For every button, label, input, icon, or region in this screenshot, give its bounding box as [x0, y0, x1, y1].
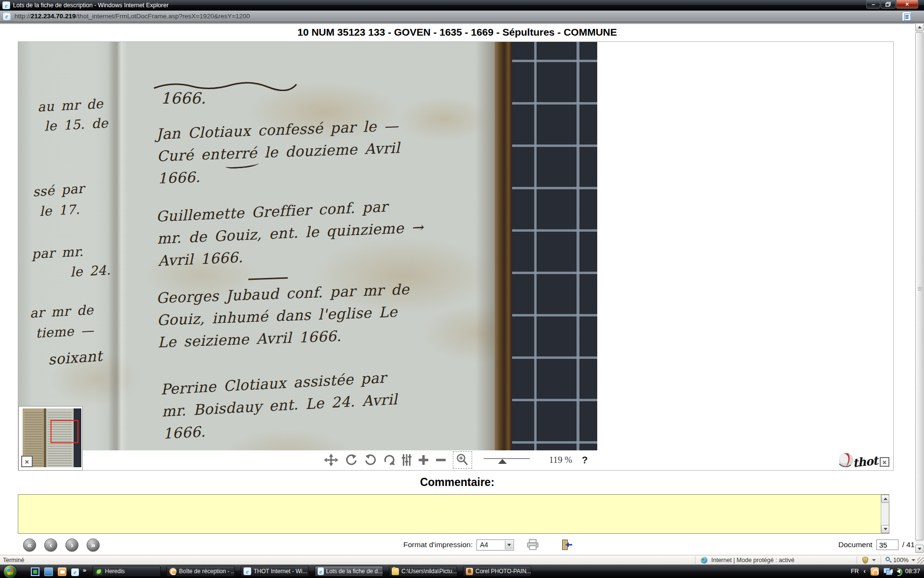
- page-scroll-down-button[interactable]: [915, 545, 924, 553]
- manuscript-line: 1666.: [161, 89, 206, 107]
- url-host: 212.234.70.219: [31, 13, 76, 20]
- arrow-down-icon: [918, 548, 922, 550]
- comment-scroll-up-button[interactable]: [881, 495, 889, 503]
- status-text: Terminé: [3, 557, 24, 564]
- start-button[interactable]: [4, 565, 16, 578]
- manuscript-entry: Guillemette Greffier conf. par mr. de Go…: [155, 194, 424, 272]
- manuscript-image[interactable]: au mr de le 15. de ssé par le 17. par mr…: [18, 42, 597, 450]
- quicklaunch-ie-icon[interactable]: e: [71, 567, 80, 576]
- mail-icon: [169, 568, 177, 575]
- window-title: Lots de la fiche de description - Window…: [13, 2, 168, 9]
- nav-next-button[interactable]: ›: [65, 539, 78, 552]
- select-dropdown-button[interactable]: [505, 540, 513, 550]
- task-button-explorer[interactable]: C:\Users\nilda\Pictu...: [389, 566, 457, 577]
- quicklaunch-vnc-icon[interactable]: [31, 567, 39, 576]
- tray-expand-chevron[interactable]: ‹: [864, 568, 866, 575]
- tray-scheduler-icon[interactable]: [871, 567, 879, 576]
- thot-logo-text: thot: [852, 453, 878, 470]
- task-button-inbox[interactable]: Boîte de réception - ...: [167, 566, 235, 577]
- window-close-button[interactable]: ×: [896, 0, 918, 9]
- rotate-right-button[interactable]: [364, 454, 377, 466]
- comment-label: Commentaire:: [0, 476, 914, 489]
- zoom-in-button[interactable]: [418, 455, 429, 465]
- window-restore-button[interactable]: [881, 0, 896, 9]
- thumbnail-navigator[interactable]: ×: [18, 406, 83, 471]
- viewer-close-checkbox[interactable]: ×: [880, 457, 889, 467]
- margin-text-line: le 24.: [70, 263, 111, 279]
- browser-zoom-value[interactable]: 100%: [893, 557, 909, 564]
- document-number-input[interactable]: [876, 539, 898, 550]
- rotate-reset-icon: [384, 454, 395, 466]
- windows-flag-icon: [7, 569, 13, 575]
- arrow-up-icon: [918, 26, 922, 28]
- status-bar: Terminé Internet | Mode protégé : activé…: [0, 555, 924, 565]
- zoom-lens-icon[interactable]: [886, 557, 890, 561]
- comment-scrollbar[interactable]: [881, 495, 889, 533]
- arrow-down-icon: [884, 528, 887, 530]
- folder-icon: [392, 568, 399, 575]
- nav-prev-button[interactable]: ‹: [44, 539, 57, 552]
- thot-logo-group: thot ×: [836, 451, 889, 469]
- print-format-select[interactable]: A4: [476, 539, 514, 551]
- volume-icon[interactable]: [897, 569, 900, 574]
- ie-icon: e: [318, 567, 324, 575]
- page-edge-shadow: [475, 42, 495, 450]
- adjust-button[interactable]: [402, 454, 411, 466]
- task-label: Heredis: [105, 568, 125, 575]
- chevron-down-icon[interactable]: [911, 559, 915, 561]
- rotate-reset-button[interactable]: [384, 454, 395, 466]
- zoom-slider[interactable]: [484, 456, 530, 464]
- task-button-corel[interactable]: Corel PHOTO-PAIN...: [463, 566, 531, 577]
- corel-icon: [466, 568, 473, 575]
- book-spine: [495, 42, 512, 450]
- document-label: Document: [838, 540, 873, 549]
- comment-scroll-down-button[interactable]: [881, 525, 889, 533]
- move-icon: [324, 454, 338, 466]
- nav-last-button[interactable]: »: [87, 539, 100, 552]
- zoom-slider-track[interactable]: [484, 458, 530, 459]
- help-button[interactable]: ?: [582, 455, 588, 466]
- compatibility-view-icon[interactable]: [902, 12, 911, 21]
- thumbnail-close-checkbox[interactable]: ×: [21, 456, 33, 467]
- status-divider: [881, 556, 881, 564]
- language-indicator[interactable]: FR: [851, 568, 859, 575]
- exit-button[interactable]: [561, 539, 573, 551]
- zoom-out-button[interactable]: [436, 455, 446, 465]
- scroll-grip: [918, 287, 922, 290]
- page-scrollbar[interactable]: [915, 23, 924, 553]
- zoom-level-label: 119 %: [549, 455, 572, 465]
- page-scroll-up-button[interactable]: [915, 23, 924, 31]
- rotate-left-button[interactable]: [345, 454, 358, 466]
- comment-textarea[interactable]: [18, 494, 889, 534]
- task-button-lots-active[interactable]: e Lots de la fiche de d...: [315, 566, 383, 577]
- page-scroll-thumb[interactable]: [915, 32, 924, 540]
- cut-text-stroke: [153, 80, 297, 91]
- manuscript-entry: Georges Jubaud conf. par mr de Gouiz, in…: [156, 278, 411, 354]
- pan-tool-button[interactable]: [324, 454, 338, 466]
- window-titlebar: e Lots de la fiche de description - Wind…: [0, 0, 924, 11]
- window-minimize-button[interactable]: –: [866, 0, 880, 9]
- url-text[interactable]: http://212.234.70.219/thot_internet/FrmL…: [14, 13, 250, 20]
- task-label: THOT Internet - Wi...: [254, 568, 307, 575]
- task-label: Corel PHOTO-PAIN...: [475, 568, 531, 575]
- clock[interactable]: 08:37: [905, 568, 920, 575]
- task-button-thot[interactable]: e THOT Internet - Wi...: [241, 566, 309, 577]
- address-bar[interactable]: e http://212.234.70.219/thot_internet/Fr…: [0, 11, 924, 22]
- viewport-rectangle[interactable]: [51, 420, 78, 443]
- ie-icon: e: [71, 568, 79, 576]
- ie-favicon-icon: e: [2, 1, 10, 9]
- protected-mode-shield-icon[interactable]: [862, 557, 868, 564]
- quicklaunch-overflow-chevron[interactable]: »: [83, 566, 86, 574]
- nav-first-button[interactable]: «: [23, 539, 36, 552]
- quicklaunch-show-desktop-icon[interactable]: [44, 567, 53, 576]
- task-button-heredis[interactable]: Heredis: [92, 566, 161, 577]
- url-path: /thot_internet/FrmLotDocFrame.asp?resX=1…: [76, 13, 250, 20]
- quicklaunch-mail-icon[interactable]: [58, 567, 66, 576]
- viewer-toolbar: 119 % ?: [18, 450, 893, 470]
- url-prefix: http://: [14, 13, 31, 20]
- print-button[interactable]: [526, 539, 539, 551]
- arrow-up-icon: [884, 498, 887, 500]
- zoom-slider-thumb[interactable]: [498, 459, 507, 464]
- magnifier-tool-button[interactable]: [453, 451, 472, 469]
- chevron-down-icon[interactable]: [872, 559, 876, 561]
